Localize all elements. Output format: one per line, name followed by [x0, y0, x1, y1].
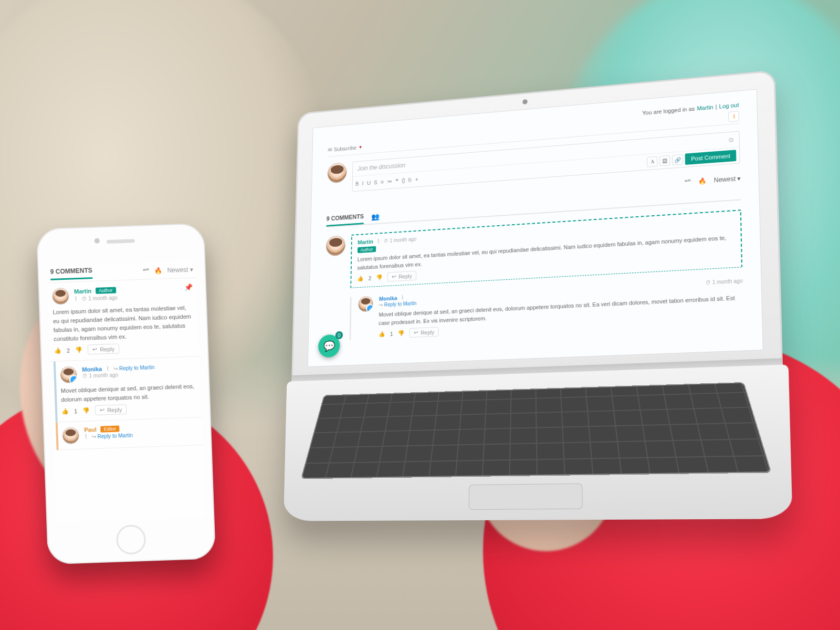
comment-avatar[interactable] — [326, 235, 345, 257]
comment-username[interactable]: Monika — [82, 366, 102, 373]
link-button[interactable]: ⎘ — [408, 176, 412, 183]
comment-username[interactable]: Martin — [74, 288, 91, 295]
comment-avatar[interactable] — [62, 427, 79, 444]
reply-button[interactable]: ↩ Reply — [95, 404, 127, 415]
strike-button[interactable]: S — [374, 179, 377, 185]
laptop-camera — [522, 99, 527, 104]
upvote-button[interactable]: 👍 — [61, 408, 69, 415]
comment-reply-thread: ✓ Monika ⌇ ⏱ 1 month ago ↪ Reply to Mart… — [350, 277, 744, 340]
caret-down-icon: ▼ — [359, 145, 363, 150]
more-button[interactable]: + — [415, 176, 418, 182]
comment-body: Monika ⌇ ⏱ 1 month ago ↪ Reply to Martin… — [379, 277, 744, 339]
reply-label: Reply — [421, 329, 434, 336]
insert-image-icon[interactable]: ⧉ — [729, 136, 734, 143]
text-size-button[interactable]: 𝐀 — [647, 156, 657, 167]
reply-icon: ↩ — [414, 329, 418, 336]
current-user-avatar[interactable] — [327, 162, 347, 184]
reply-to-label: ↪ Reply to Martin — [92, 432, 133, 439]
laptop-keyboard — [301, 382, 772, 479]
comment-avatar[interactable]: ✓ — [60, 366, 77, 383]
sort-hot-icon[interactable]: 🔥 — [154, 267, 162, 275]
users-tab-icon[interactable]: 👥 — [371, 212, 380, 220]
comment-text: Movet oblique denique at sed, an graeci … — [60, 382, 196, 405]
post-comment-button[interactable]: Post Comment — [685, 150, 737, 165]
upvote-button[interactable]: 👍 — [54, 347, 61, 354]
user-feed-icon[interactable]: ⌇ — [85, 433, 88, 440]
italic-button[interactable]: I — [362, 180, 364, 186]
comment-text: Lorem ipsum dolor sit amet, ea tantas mo… — [52, 303, 194, 343]
bold-button[interactable]: B — [355, 181, 359, 187]
comment-time: ⏱ 1 month ago — [82, 372, 119, 379]
quote-button[interactable]: ❝ — [395, 177, 398, 184]
sort-dropdown[interactable]: Newest ▾ — [714, 175, 741, 184]
sort-hot-icon[interactable]: 🔥 — [698, 177, 707, 185]
comment-item: Martin Author 📌 ⌇ ⏱ 1 month ago Lorem ip… — [48, 278, 200, 362]
reply-icon: ↩ — [392, 274, 396, 280]
rss-button[interactable]: ⌇ — [728, 111, 739, 122]
ol-button[interactable]: ≡ — [381, 178, 384, 185]
reply-icon: ↩ — [100, 407, 104, 414]
subscribe-toggle[interactable]: ✉ Subscribe ▼ — [328, 144, 362, 153]
upvote-button[interactable]: 👍 — [379, 331, 385, 338]
rss-icon: ⌇ — [732, 113, 735, 120]
upvote-button[interactable]: 👍 — [357, 275, 364, 282]
code-button[interactable]: {} — [402, 177, 405, 183]
phone-home-button[interactable] — [116, 524, 146, 555]
verified-icon: ✓ — [366, 304, 373, 312]
comment-module-desktop: You are logged in as Martin | Log out ✉ … — [308, 89, 763, 353]
comment-header: Paul Editor ⌇ ↪ Reply to Martin — [62, 423, 198, 445]
comment-item: ✓ Monika ⌇ ⏱ 1 month ago ↪ Reply to Mart… — [358, 277, 744, 340]
downvote-button[interactable]: 👎 — [82, 407, 90, 414]
subscribe-label: Subscribe — [334, 145, 356, 152]
user-feed-icon[interactable]: ⌇ — [377, 238, 380, 245]
reply-label: Reply — [398, 273, 412, 280]
underline-button[interactable]: U — [367, 180, 371, 186]
auth-user-link[interactable]: Martin — [697, 104, 713, 111]
upvote-count: 2 — [369, 275, 372, 281]
upvote-count: 1 — [74, 408, 78, 414]
comment-time: ⏱ 1 month ago — [384, 236, 416, 244]
laptop-screen: You are logged in as Martin | Log out ✉ … — [308, 89, 763, 367]
comment-username[interactable]: Martin — [358, 238, 373, 245]
comment-item-reply: ✓ Monika ⌇ ↪ Reply to Martin ⏱ 1 month a… — [54, 356, 202, 423]
editor-badge: Editor — [100, 426, 119, 433]
sort-quote-icon[interactable]: ❝❞ — [142, 267, 149, 275]
reply-button[interactable]: ↩ Reply — [410, 327, 439, 338]
chat-fab[interactable]: 💬 0 — [318, 334, 340, 358]
comments-count-tab[interactable]: 9 COMMENTS — [327, 210, 364, 226]
user-feed-icon[interactable]: ⌇ — [106, 365, 109, 372]
comment-header: ✓ Monika ⌇ ↪ Reply to Martin ⏱ 1 month a… — [60, 362, 196, 384]
comment-header: Martin Author 📌 ⌇ ⏱ 1 month ago — [52, 283, 193, 304]
comment-time: ⏱ 1 month ago — [81, 295, 118, 301]
phone-sort-icons: ❝❞ 🔥 Newest ▾ — [142, 266, 193, 275]
comment-avatar[interactable] — [52, 288, 69, 305]
user-feed-icon[interactable]: ⌇ — [74, 295, 77, 302]
downvote-button[interactable]: 👎 — [398, 330, 405, 337]
sort-quote-icon[interactable]: ❝❞ — [684, 178, 690, 186]
comment-username[interactable]: Paul — [84, 426, 97, 433]
laptop-device: You are logged in as Martin | Log out ✉ … — [288, 70, 787, 521]
comments-count: 9 — [50, 268, 54, 276]
reply-label: Reply — [100, 345, 115, 352]
attach-tools: 𝐀 🖼 🔗 Post Comment — [647, 150, 736, 167]
author-badge: Author — [358, 246, 376, 253]
downvote-button[interactable]: 👎 — [75, 346, 82, 353]
reply-button[interactable]: ↩ Reply — [387, 271, 416, 282]
author-badge: Author — [96, 287, 116, 293]
reply-button[interactable]: ↩ Reply — [88, 344, 120, 355]
upvote-count: 1 — [390, 331, 393, 337]
attach-image-button[interactable]: 🖼 — [659, 155, 670, 166]
user-feed-icon[interactable]: ⌇ — [401, 294, 404, 301]
ul-button[interactable]: ≔ — [387, 178, 392, 185]
attach-link-button[interactable]: 🔗 — [673, 154, 684, 165]
comments-count-label: COMMENTS — [56, 267, 92, 275]
sort-dropdown[interactable]: Newest ▾ — [167, 266, 193, 274]
reply-label: Reply — [107, 406, 122, 413]
comment-avatar[interactable]: ✓ — [358, 296, 373, 312]
comment-username[interactable]: Monika — [379, 295, 397, 302]
logout-link[interactable]: Log out — [719, 102, 739, 110]
comment-item-reply: Paul Editor ⌇ ↪ Reply to Martin — [56, 417, 203, 450]
comment-actions: 👍 2 👎 ↩ Reply — [54, 341, 195, 356]
comments-count-tab[interactable]: 9 COMMENTS — [50, 267, 93, 280]
downvote-button[interactable]: 👎 — [376, 274, 383, 281]
